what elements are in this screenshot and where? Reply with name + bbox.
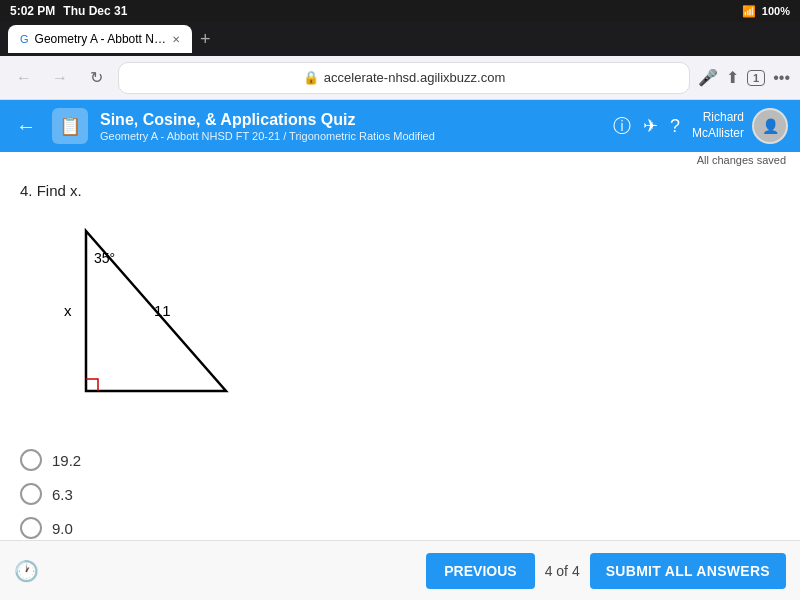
answer-choices: 19.2 6.3 9.0 xyxy=(20,439,780,540)
lock-icon: 🔒 xyxy=(303,70,319,85)
page-indicator: 4 of 4 xyxy=(545,563,580,579)
answer-value-b: 6.3 xyxy=(52,486,73,503)
share-icon[interactable]: ⬆ xyxy=(726,68,739,87)
user-name: Richard McAllister xyxy=(692,110,744,141)
status-bar: 5:02 PM Thu Dec 31 📶 100% xyxy=(0,0,800,22)
answer-option-c[interactable]: 9.0 xyxy=(20,511,780,540)
quiz-icon: 📋 xyxy=(52,108,88,144)
active-tab[interactable]: G Geometry A - Abbott N… ✕ xyxy=(8,25,192,53)
reload-button[interactable]: ↻ xyxy=(82,64,110,92)
tab-close-icon[interactable]: ✕ xyxy=(172,34,180,45)
previous-button[interactable]: PREVIOUS xyxy=(426,553,534,589)
status-time: 5:02 PM xyxy=(10,4,55,18)
tab-count-icon[interactable]: 1 xyxy=(747,70,765,86)
svg-text:x: x xyxy=(64,302,72,319)
back-button[interactable]: ← xyxy=(10,64,38,92)
tab-label: Geometry A - Abbott N… xyxy=(35,32,166,46)
header-icons: ⓘ ✈ ? xyxy=(613,114,680,138)
address-bar-row: ← → ↻ 🔒 accelerate-nhsd.agilixbuzz.com 🎤… xyxy=(0,56,800,100)
question-label: 4. Find x. xyxy=(20,182,780,199)
answer-value-c: 9.0 xyxy=(52,520,73,537)
app-back-button[interactable]: ← xyxy=(12,115,40,138)
status-day: Thu Dec 31 xyxy=(63,4,127,18)
svg-text:11: 11 xyxy=(154,302,171,319)
quiz-title: Sine, Cosine, & Applications Quiz xyxy=(100,111,601,129)
wifi-icon: 📶 xyxy=(742,5,756,18)
triangle-diagram: 35° x 11 xyxy=(36,211,780,415)
triangle-svg: 35° x 11 xyxy=(36,211,236,411)
send-icon[interactable]: ✈ xyxy=(643,115,658,137)
submit-all-button[interactable]: SUBMIT ALL ANSWERS xyxy=(590,553,786,589)
forward-button[interactable]: → xyxy=(46,64,74,92)
microphone-icon[interactable]: 🎤 xyxy=(698,68,718,87)
tab-bar: G Geometry A - Abbott N… ✕ + xyxy=(0,22,800,56)
quiz-title-block: Sine, Cosine, & Applications Quiz Geomet… xyxy=(100,111,601,142)
svg-text:35°: 35° xyxy=(94,250,115,266)
more-icon[interactable]: ••• xyxy=(773,69,790,87)
answer-value-a: 19.2 xyxy=(52,452,81,469)
radio-a[interactable] xyxy=(20,449,42,471)
main-content: 4. Find x. 35° x 11 19.2 6.3 9.0 xyxy=(0,166,800,540)
clock-icon: 🕐 xyxy=(14,559,39,583)
user-block: Richard McAllister 👤 xyxy=(692,108,788,144)
answer-option-a[interactable]: 19.2 xyxy=(20,443,780,477)
bottom-bar: 🕐 PREVIOUS 4 of 4 SUBMIT ALL ANSWERS xyxy=(0,540,800,600)
answer-option-b[interactable]: 6.3 xyxy=(20,477,780,511)
battery-indicator: 100% xyxy=(762,5,790,17)
app-header: ← 📋 Sine, Cosine, & Applications Quiz Ge… xyxy=(0,100,800,152)
avatar[interactable]: 👤 xyxy=(752,108,788,144)
tab-favicon: G xyxy=(20,33,29,45)
url-text: accelerate-nhsd.agilixbuzz.com xyxy=(324,70,505,85)
help-icon[interactable]: ? xyxy=(670,116,680,137)
radio-c[interactable] xyxy=(20,517,42,539)
info-icon[interactable]: ⓘ xyxy=(613,114,631,138)
address-bar[interactable]: 🔒 accelerate-nhsd.agilixbuzz.com xyxy=(118,62,690,94)
radio-b[interactable] xyxy=(20,483,42,505)
new-tab-button[interactable]: + xyxy=(200,29,211,50)
quiz-subtitle: Geometry A - Abbott NHSD FT 20-21 / Trig… xyxy=(100,130,601,142)
saved-text: All changes saved xyxy=(0,152,800,166)
